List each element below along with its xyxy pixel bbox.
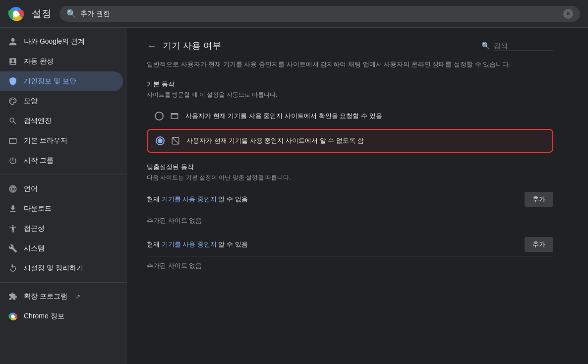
page-title: 기기 사용 여부 [163, 40, 221, 52]
profile-icon [8, 37, 18, 47]
sidebar-item-download[interactable]: 다운로드 [0, 199, 123, 219]
sidebar-item-label: 개인정보 및 보안 [24, 77, 76, 86]
sidebar-item-startup[interactable]: 시작 그룹 [0, 151, 123, 171]
svg-line-11 [172, 137, 179, 144]
sidebar-item-label: 다운로드 [24, 204, 52, 213]
custom-behavior-subtitle: 다음 사이트는 기본 설정이 아닌 맞춤 설정을 따릅니다. [147, 174, 553, 182]
radio-circle-allow [155, 112, 164, 121]
svg-point-6 [14, 101, 15, 102]
header-title: 설정 [32, 7, 52, 20]
sidebar-item-label: 기본 브라우저 [24, 136, 67, 145]
page-search-input[interactable] [494, 41, 553, 51]
search-input[interactable] [80, 10, 559, 18]
sidebar-item-label: 시작 그룹 [24, 156, 54, 165]
sidebar-item-profile[interactable]: 나와 Google의 관계 [0, 32, 123, 52]
sidebar-item-extensions[interactable]: 확장 프로그램 ↗ [0, 287, 123, 306]
default-behavior-section: 기본 동작 사이트를 방문할 때 이 설정을 자동으로 따릅니다. 사용자가 현… [147, 80, 553, 153]
sidebar-item-privacy[interactable]: 개인정보 및 보안 [0, 71, 123, 91]
svg-point-3 [10, 101, 11, 102]
appearance-icon [8, 96, 18, 106]
radio-option-allow[interactable]: 사용자가 현재 기기를 사용 중인지 사이트에서 확인을 요청할 수 있음 [147, 105, 553, 127]
sidebar-item-reset[interactable]: 재설정 및 정리하기 [0, 258, 123, 278]
privacy-icon [8, 76, 18, 86]
custom-row-can-know-title: 현재 기기를 사용 중인지 알 수 있음 [147, 240, 248, 249]
radio-circle-block [156, 136, 165, 145]
sidebar-item-label: Chrome 정보 [24, 312, 64, 321]
search-icon: 🔍 [66, 9, 76, 18]
extensions-icon [8, 292, 18, 302]
sidebar-item-language[interactable]: 언어 [0, 179, 123, 199]
language-icon [8, 184, 18, 194]
back-button[interactable]: ← [147, 40, 157, 52]
sidebar-item-system[interactable]: 시스템 [0, 239, 123, 258]
sidebar-divider [0, 175, 127, 175]
custom-row-can-know: 현재 기기를 사용 중인지 알 수 있음 추가 추가된 사이트 없음 [147, 233, 553, 278]
page-header: ← 기기 사용 여부 🔍 [147, 40, 553, 52]
external-link-icon: ↗ [75, 293, 80, 300]
svg-point-5 [13, 99, 14, 100]
main-layout: 나와 Google의 관계 자동 완성 개인정보 및 보안 모양 검색엔진 [0, 28, 588, 364]
search-clear-button[interactable]: × [563, 9, 573, 19]
sidebar-item-browser[interactable]: 기본 브라우저 [0, 131, 123, 151]
add-can-know-button[interactable]: 추가 [525, 237, 553, 252]
sidebar-item-label: 시스템 [24, 244, 45, 253]
page-header-left: ← 기기 사용 여부 [147, 40, 221, 52]
sidebar-item-label: 검색엔진 [24, 117, 52, 125]
system-icon [8, 243, 18, 253]
svg-point-9 [11, 315, 15, 318]
sidebar-item-appearance[interactable]: 모양 [0, 91, 123, 111]
sidebar-item-label: 접근성 [24, 224, 45, 233]
svg-point-2 [13, 11, 19, 17]
page-search: 🔍 [481, 41, 553, 51]
header: 설정 🔍 × [0, 0, 588, 28]
sidebar-item-label: 확장 프로그램 [24, 292, 67, 301]
radio-option-block-label: 사용자가 현재 기기를 사용 중인지 사이트에서 알 수 없도록 함 [186, 136, 364, 145]
sidebar-item-search[interactable]: 검색엔진 [0, 111, 123, 131]
cannot-know-empty-text: 추가된 사이트 없음 [147, 211, 553, 233]
page-search-icon: 🔍 [481, 42, 490, 50]
sidebar-item-autofill[interactable]: 자동 완성 [0, 52, 123, 71]
sidebar-divider-2 [0, 282, 127, 283]
sidebar: 나와 Google의 관계 자동 완성 개인정보 및 보안 모양 검색엔진 [0, 28, 127, 364]
custom-behavior-title: 맞춤설정된 동작 [147, 163, 553, 172]
page-description: 일반적으로 사용자가 현재 기기를 사용 중인지를 사이트에서 감지하여 채팅 … [147, 60, 553, 70]
default-behavior-title: 기본 동작 [147, 80, 553, 89]
browser-icon [8, 136, 18, 146]
custom-behavior-section: 맞춤설정된 동작 다음 사이트는 기본 설정이 아닌 맞춤 설정을 따릅니다. … [147, 163, 553, 278]
add-cannot-know-button[interactable]: 추가 [525, 192, 553, 207]
sidebar-item-label: 언어 [24, 184, 38, 193]
chrome-logo [8, 6, 24, 22]
sidebar-item-label: 자동 완성 [24, 57, 54, 66]
highlight-text-2: 기기를 사용 중인지 [162, 241, 217, 248]
custom-row-cannot-know-title: 현재 기기를 사용 중인지 알 수 없음 [147, 195, 248, 204]
sidebar-item-label: 모양 [24, 97, 38, 106]
svg-point-4 [11, 99, 12, 100]
radio-option-allow-label: 사용자가 현재 기기를 사용 중인지 사이트에서 확인을 요청할 수 있음 [185, 112, 382, 121]
download-icon [8, 204, 18, 214]
can-know-empty-text: 추가된 사이트 없음 [147, 256, 553, 278]
sidebar-item-label: 나와 Google의 관계 [24, 37, 85, 46]
search-engine-icon [8, 116, 18, 126]
sidebar-item-accessibility[interactable]: 접근성 [0, 219, 123, 239]
accessibility-icon [8, 224, 18, 234]
autofill-icon [8, 57, 18, 66]
highlight-text: 기기를 사용 중인지 [162, 195, 217, 203]
radio-option-allow-icon [170, 111, 179, 121]
content-area: ← 기기 사용 여부 🔍 일반적으로 사용자가 현재 기기를 사용 중인지를 사… [127, 28, 588, 364]
search-bar[interactable]: 🔍 × [59, 6, 580, 22]
reset-icon [8, 263, 18, 273]
about-icon [8, 311, 18, 321]
startup-icon [8, 156, 18, 166]
sidebar-item-about[interactable]: Chrome 정보 [0, 306, 123, 326]
default-behavior-subtitle: 사이트를 방문할 때 이 설정을 자동으로 따릅니다. [147, 91, 553, 99]
radio-option-block[interactable]: 사용자가 현재 기기를 사용 중인지 사이트에서 알 수 없도록 함 [147, 129, 553, 153]
sidebar-item-label: 재설정 및 정리하기 [24, 264, 83, 273]
radio-option-block-icon [171, 136, 180, 146]
custom-row-cannot-know: 현재 기기를 사용 중인지 알 수 없음 추가 추가된 사이트 없음 [147, 188, 553, 233]
